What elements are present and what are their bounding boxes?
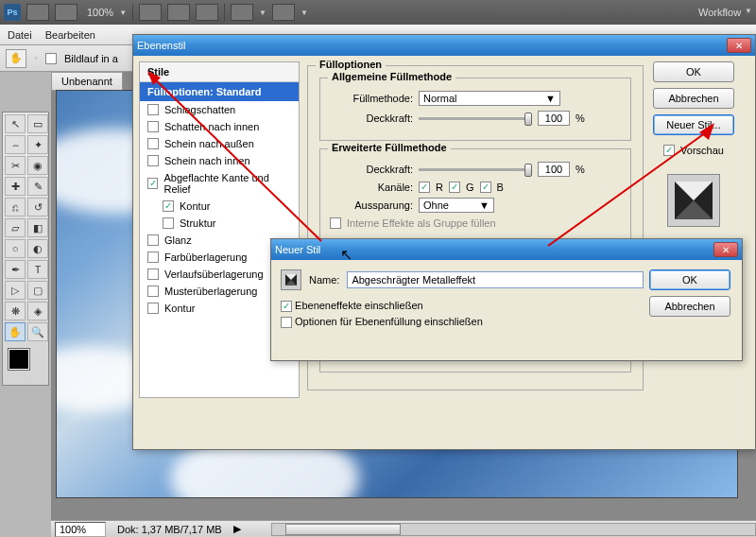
style-checkbox[interactable] bbox=[147, 104, 159, 115]
style-checkbox[interactable] bbox=[147, 268, 159, 280]
advanced-blend-legend: Erweiterte Füllmethode bbox=[328, 142, 451, 153]
arrange-documents-button[interactable] bbox=[231, 4, 253, 21]
hand-tool-button[interactable] bbox=[139, 4, 162, 21]
eyedropper-tool[interactable]: ◉ bbox=[27, 156, 48, 175]
gradient-tool[interactable]: ◧ bbox=[27, 218, 48, 237]
opacity-label: Deckkraft: bbox=[330, 113, 413, 124]
status-bar: 100% Dok: 1,37 MB/7,17 MB ▶ bbox=[51, 520, 756, 537]
rotate-view-button[interactable] bbox=[196, 4, 218, 21]
lasso-tool[interactable]: ⌢ bbox=[5, 135, 26, 154]
document-tab[interactable]: Unbenannt bbox=[51, 72, 123, 91]
color-swatches[interactable] bbox=[5, 347, 48, 383]
knockout-select[interactable]: Ohne▼ bbox=[419, 198, 494, 213]
brush-tool[interactable]: ✎ bbox=[27, 177, 48, 196]
include-effects-checkbox[interactable] bbox=[281, 301, 292, 312]
style-item-label: Struktur bbox=[180, 217, 216, 229]
channel-g-checkbox[interactable] bbox=[449, 182, 460, 193]
fill-opacity-slider[interactable] bbox=[419, 168, 532, 171]
style-checkbox[interactable] bbox=[163, 200, 174, 212]
dodge-tool[interactable]: ◐ bbox=[27, 239, 48, 258]
path-tool[interactable]: ▷ bbox=[5, 281, 26, 300]
cancel-button[interactable]: Abbrechen bbox=[653, 88, 734, 109]
style-item[interactable]: Schatten nach innen bbox=[140, 118, 299, 135]
layer-style-titlebar[interactable]: Ebenenstil ✕ bbox=[133, 35, 755, 56]
menu-edit[interactable]: Bearbeiten bbox=[45, 29, 95, 41]
style-checkbox[interactable] bbox=[147, 178, 158, 189]
ok-button[interactable]: OK bbox=[653, 61, 734, 82]
horizontal-scrollbar[interactable] bbox=[271, 523, 756, 536]
style-checkbox[interactable] bbox=[147, 234, 159, 246]
zoom-level[interactable]: 100% bbox=[87, 7, 113, 18]
launch-bridge-button[interactable] bbox=[26, 4, 49, 21]
style-checkbox[interactable] bbox=[147, 303, 159, 314]
blend-interior-checkbox[interactable] bbox=[330, 217, 341, 229]
move-tool[interactable]: ↖ bbox=[5, 114, 26, 133]
pen-tool[interactable]: ✒ bbox=[5, 260, 26, 279]
preview-checkbox[interactable] bbox=[663, 145, 675, 156]
screen-mode-button[interactable] bbox=[272, 4, 295, 21]
history-brush-tool[interactable]: ↺ bbox=[27, 198, 48, 217]
blending-options-item[interactable]: Fülloptionen: Standard bbox=[140, 82, 299, 101]
marquee-tool[interactable]: ▭ bbox=[27, 114, 48, 133]
zoom-tool-button[interactable] bbox=[167, 4, 190, 21]
cancel-button[interactable]: Abbrechen bbox=[649, 296, 730, 317]
tool-palette: ↖ ▭ ⌢ ✦ ✂ ◉ ✚ ✎ ⎌ ↺ ▱ ◧ ○ ◐ ✒ T ▷ ▢ ❋ ◈ … bbox=[2, 112, 49, 386]
style-item[interactable]: Schein nach innen bbox=[140, 152, 299, 169]
crop-tool[interactable]: ✂ bbox=[5, 156, 26, 175]
opacity-value[interactable]: 100 bbox=[538, 111, 570, 126]
scroll-all-label: Bildlauf in a bbox=[64, 53, 118, 64]
stamp-tool[interactable]: ⎌ bbox=[5, 198, 26, 217]
view-extras-button[interactable] bbox=[55, 4, 77, 21]
channel-r-checkbox[interactable] bbox=[419, 182, 430, 193]
close-icon[interactable]: ✕ bbox=[727, 38, 751, 53]
style-item-label: Schatten nach innen bbox=[164, 121, 259, 132]
style-item[interactable]: Kontur bbox=[140, 198, 299, 215]
include-blend-checkbox[interactable] bbox=[281, 317, 292, 328]
ok-button[interactable]: OK bbox=[649, 269, 730, 290]
type-tool[interactable]: T bbox=[27, 260, 48, 279]
eraser-tool[interactable]: ▱ bbox=[5, 218, 26, 237]
style-checkbox[interactable] bbox=[147, 286, 159, 297]
style-checkbox[interactable] bbox=[147, 155, 159, 166]
scroll-all-checkbox[interactable] bbox=[45, 53, 57, 64]
opacity-slider[interactable] bbox=[419, 117, 532, 120]
style-checkbox[interactable] bbox=[147, 121, 159, 132]
style-checkbox[interactable] bbox=[163, 217, 174, 229]
workspace-switcher[interactable]: Workflow bbox=[698, 7, 741, 18]
blend-interior-label: Interne Effekte als Gruppe füllen bbox=[347, 217, 496, 229]
close-icon[interactable]: ✕ bbox=[713, 242, 738, 257]
style-item-label: Verlaufsüberlagerung bbox=[164, 268, 264, 280]
zoom-field[interactable]: 100% bbox=[55, 522, 106, 537]
style-checkbox[interactable] bbox=[147, 251, 159, 263]
style-checkbox[interactable] bbox=[147, 138, 159, 149]
name-input[interactable]: Abgeschrägter Metalleffekt bbox=[347, 271, 644, 288]
styles-header[interactable]: Stile bbox=[140, 62, 299, 82]
new-style-button[interactable]: Neuer Stil... bbox=[653, 114, 734, 135]
hand-icon[interactable]: ✋ bbox=[6, 49, 26, 68]
blur-tool[interactable]: ○ bbox=[5, 239, 26, 258]
style-item[interactable]: Abgeflachte Kante und Relief bbox=[140, 169, 299, 198]
style-item-label: Musterüberlagerung bbox=[164, 286, 257, 297]
style-item-label: Farbüberlagerung bbox=[164, 251, 247, 263]
fill-opacity-value[interactable]: 100 bbox=[538, 162, 570, 177]
style-item[interactable]: Schein nach außen bbox=[140, 135, 299, 152]
3d-tool[interactable]: ❋ bbox=[5, 302, 26, 320]
fill-opacity-label: Deckkraft: bbox=[330, 164, 413, 175]
heal-tool[interactable]: ✚ bbox=[5, 177, 26, 196]
wand-tool[interactable]: ✦ bbox=[27, 135, 48, 154]
style-item-label: Abgeflachte Kante und Relief bbox=[163, 172, 291, 195]
style-preview bbox=[667, 174, 720, 227]
photoshop-logo: Ps bbox=[4, 4, 21, 21]
zoom-tool[interactable]: 🔍 bbox=[27, 322, 48, 341]
menu-file[interactable]: Datei bbox=[8, 29, 32, 41]
style-item-label: Schein nach innen bbox=[164, 155, 250, 166]
general-blend-legend: Allgemeine Füllmethode bbox=[328, 71, 455, 82]
3d-camera-tool[interactable]: ◈ bbox=[27, 302, 48, 320]
name-label: Name: bbox=[309, 274, 339, 286]
style-item[interactable]: Schlagschatten bbox=[140, 101, 299, 118]
channel-b-checkbox[interactable] bbox=[480, 182, 491, 193]
hand-tool[interactable]: ✋ bbox=[5, 322, 26, 341]
shape-tool[interactable]: ▢ bbox=[27, 281, 48, 300]
blend-mode-select[interactable]: Normal▼ bbox=[419, 91, 560, 106]
style-item[interactable]: Struktur bbox=[140, 215, 299, 232]
